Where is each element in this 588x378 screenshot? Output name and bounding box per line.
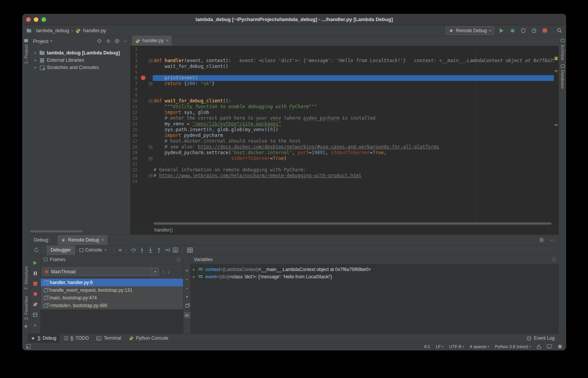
next-frame-icon[interactable]: ↓ (168, 269, 170, 274)
status-item[interactable]: LF▾ (436, 344, 444, 349)
fold-marker[interactable] (149, 174, 152, 177)
tool-tab-debug[interactable]: 5: Debug (28, 334, 59, 343)
evaluate-expression-icon[interactable] (172, 247, 180, 253)
gutter-cell[interactable]: 18 (130, 144, 153, 150)
collapse-all-icon[interactable] (106, 39, 111, 43)
add-watch-icon[interactable]: + (185, 268, 188, 273)
lock-icon[interactable] (537, 344, 541, 349)
gutter-cell[interactable]: 6 (130, 75, 153, 81)
restore-layout-icon[interactable] (33, 312, 38, 317)
gutter-cell[interactable]: 4 (130, 64, 153, 69)
tree-item[interactable]: ▸Scratches and Consoles (30, 64, 130, 71)
horizontal-scrollbar[interactable] (30, 230, 83, 232)
hide-panel-icon[interactable]: ─ (124, 38, 127, 44)
layout-settings-icon[interactable]: ≡ (117, 247, 124, 253)
view-breakpoints-icon[interactable] (33, 291, 38, 297)
chevron-down-icon[interactable]: ▾ (50, 39, 52, 43)
gutter-cell[interactable]: 19 (130, 150, 153, 156)
code-line-20[interactable]: 20 stderrToServer=True) (130, 156, 558, 161)
gutter-cell[interactable]: 16 (130, 133, 153, 138)
code-line-1[interactable]: 1 (130, 46, 558, 52)
star-icon[interactable]: ★ (24, 324, 28, 329)
code-line-22[interactable]: 22# General information on remote debugg… (130, 167, 558, 173)
expand-arrow-icon[interactable]: ▸ (35, 58, 39, 62)
notifications-icon[interactable] (558, 344, 562, 349)
previous-frame-icon[interactable]: ↑ (162, 269, 165, 274)
move-up-icon[interactable]: ▲ (185, 286, 188, 291)
gutter-cell[interactable]: 11 (130, 104, 153, 110)
status-item[interactable]: UTF-8▾ (449, 344, 464, 349)
gutter-cell[interactable]: 2 (130, 52, 153, 58)
fold-marker[interactable] (149, 99, 152, 103)
toggle-toolwindows-icon[interactable] (26, 344, 31, 349)
frame-row[interactable]: handler, handler.py:6 (41, 279, 183, 286)
gear-icon[interactable] (539, 237, 544, 243)
step-into-icon[interactable] (138, 247, 146, 253)
tool-tab-terminal[interactable]: Terminal (93, 334, 124, 343)
code-line-17[interactable]: 17 # host.docker.internal should resolve… (130, 138, 558, 144)
code-line-12[interactable]: 12 import sys, glob (130, 110, 558, 115)
code-line-11[interactable]: 11 """Utility function to enable debuggi… (130, 104, 558, 110)
gutter-cell[interactable]: 14 (130, 121, 153, 127)
gutter-cell[interactable]: 15 (130, 127, 153, 133)
duplicate-watch-icon[interactable] (185, 303, 188, 309)
gutter-cell[interactable]: 21 (130, 161, 153, 167)
code-line-21[interactable]: 21 (130, 161, 558, 167)
code-line-23[interactable]: 23# https://www.jetbrains.com/help/pycha… (130, 173, 558, 179)
status-item[interactable]: 6:1 (424, 344, 430, 349)
gutter-cell[interactable]: 23 (130, 173, 153, 179)
gutter-cell[interactable]: 22 (130, 167, 153, 173)
code-line-14[interactable]: 14 my_venv = "venv/lib/python*/site-pack… (130, 121, 558, 127)
breakpoint-dot[interactable] (141, 76, 145, 80)
code-line-13[interactable]: 13 # enter the correct path here to your… (130, 115, 558, 121)
pause-icon[interactable] (33, 271, 38, 276)
code-line-4[interactable]: 4 wait_for_debug_client() (130, 64, 558, 69)
code-line-5[interactable]: 5 (130, 69, 558, 75)
locate-file-icon[interactable] (97, 38, 102, 44)
project-panel-title[interactable]: Project (33, 38, 48, 44)
mute-breakpoints-icon[interactable] (33, 302, 38, 307)
code-editor[interactable]: 123def handler(event, context): event: <… (130, 46, 558, 222)
fold-marker[interactable] (149, 157, 152, 160)
tool-button-structure[interactable]: 7: Structure (24, 266, 28, 290)
hide-panel-icon[interactable]: ─ (550, 237, 553, 243)
move-down-icon[interactable]: ▼ (185, 294, 188, 300)
tool-button-favorites[interactable]: 2: Favorites (24, 296, 28, 320)
code-line-10[interactable]: 10def wait_for_debug_client(): (130, 98, 558, 104)
tab-console[interactable]: Console ↗ (75, 245, 111, 255)
code-line-8[interactable]: 8 (130, 87, 558, 92)
expand-arrow-icon[interactable]: ▸ (193, 274, 198, 279)
more-actions-icon[interactable]: » (33, 322, 38, 328)
fold-marker[interactable] (149, 145, 152, 149)
gutter-cell[interactable]: 10 (130, 98, 153, 104)
status-item[interactable]: Python 3.8 (venv)▾ (495, 344, 531, 349)
close-button[interactable] (26, 17, 31, 22)
panel-options-icon[interactable] (552, 258, 555, 261)
run-button[interactable] (499, 28, 505, 34)
gutter-cell[interactable]: 5 (130, 69, 153, 75)
gear-icon[interactable] (114, 38, 120, 44)
zoom-button[interactable] (41, 17, 46, 22)
stop-button[interactable] (542, 28, 548, 34)
stop-icon[interactable] (33, 281, 38, 286)
step-over-icon[interactable] (129, 247, 138, 253)
gutter-cell[interactable]: 9 (130, 92, 153, 98)
gutter-cell[interactable]: 8 (130, 87, 153, 92)
code-line-24[interactable]: 24 (130, 179, 558, 184)
tab-debugger[interactable]: Debugger (46, 245, 75, 255)
gutter-cell[interactable]: 12 (130, 110, 153, 115)
view-table-icon[interactable] (186, 247, 194, 253)
code-line-19[interactable]: 19 pydevd_pycharm.settrace('host.docker.… (130, 150, 558, 156)
tree-item[interactable]: ▸lambda_debug [Lambda Debug] (30, 49, 130, 56)
expand-arrow-icon[interactable]: ▸ (35, 65, 39, 69)
editor-breadcrumb[interactable]: handler() (130, 225, 558, 235)
code-line-7[interactable]: 7 return {200: "ok"} (130, 81, 558, 87)
error-stripe[interactable] (554, 46, 558, 222)
code-line-15[interactable]: 15 sys.path.insert(0, glob.glob(my_venv)… (130, 127, 558, 133)
debug-session-tab[interactable]: Remote Debug × (58, 235, 107, 245)
editor-horizontal-scrollbar[interactable] (130, 222, 558, 225)
panel-options-icon[interactable] (177, 258, 180, 261)
tool-button-project[interactable]: 1: Project (24, 44, 28, 64)
gutter-cell[interactable]: 13 (130, 115, 153, 121)
evaluate-infinity-icon[interactable]: ∞ (184, 312, 190, 318)
